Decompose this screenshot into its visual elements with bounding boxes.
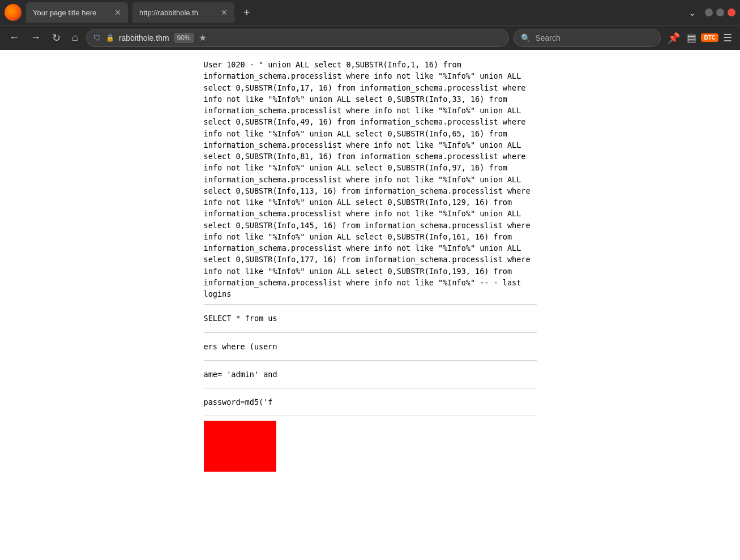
- tabs-dropdown-icon[interactable]: ⌄: [688, 7, 696, 18]
- page-content: User 1020 - " union ALL select 0,SUBSTR(…: [0, 50, 740, 560]
- query-part-4: password=md5('f: [204, 393, 537, 411]
- home-button[interactable]: ⌂: [69, 29, 82, 46]
- brave-badge: BTC: [701, 33, 718, 42]
- reload-button[interactable]: ↻: [49, 29, 64, 46]
- red-box-element: [204, 421, 276, 472]
- maximize-button[interactable]: [716, 8, 724, 16]
- minimize-button[interactable]: [705, 8, 713, 16]
- search-icon: 🔍: [521, 33, 531, 42]
- query-part-3: ame= 'admin' and: [204, 365, 537, 383]
- tab2-close-button[interactable]: ✕: [221, 8, 228, 17]
- address-bar[interactable]: 🛡 🔒 rabbithole.thm 90% ★: [86, 29, 510, 47]
- search-placeholder: Search: [535, 33, 560, 42]
- browser-logo-icon: [5, 4, 22, 21]
- tab-title-text: Your page title here: [33, 8, 96, 17]
- back-button[interactable]: ←: [6, 29, 23, 46]
- tab-url[interactable]: http://rabbithole.th ✕: [132, 2, 234, 23]
- query-part-1: SELECT * from us: [204, 309, 537, 327]
- shield-icon: 🛡: [93, 33, 101, 42]
- divider-3: [204, 360, 537, 361]
- bookmark-star-icon[interactable]: ★: [199, 32, 207, 43]
- divider-2: [204, 332, 537, 333]
- divider-5: [204, 416, 537, 416]
- tab-page-title[interactable]: Your page title here ✕: [26, 2, 128, 23]
- title-bar: Your page title here ✕ http://rabbithole…: [0, 0, 740, 25]
- divider-4: [204, 388, 537, 388]
- address-text: rabbithole.thm: [119, 33, 169, 42]
- tab-close-button[interactable]: ✕: [114, 8, 121, 17]
- navigation-bar: ← → ↻ ⌂ 🛡 🔒 rabbithole.thm 90% ★ 🔍 Searc…: [0, 25, 740, 50]
- close-button[interactable]: [728, 8, 735, 16]
- extensions-button[interactable]: ▤: [685, 29, 699, 46]
- search-box[interactable]: 🔍 Search: [514, 29, 661, 47]
- lock-icon: 🔒: [106, 34, 114, 42]
- query-part-2: ers where (usern: [204, 337, 537, 356]
- content-area: User 1020 - " union ALL select 0,SUBSTR(…: [195, 50, 546, 481]
- new-tab-button[interactable]: +: [239, 6, 255, 19]
- tab-url-text: http://rabbithole.th: [139, 8, 198, 17]
- pocket-button[interactable]: 📌: [665, 29, 682, 46]
- menu-button[interactable]: ☰: [721, 29, 734, 46]
- divider-1: [204, 304, 537, 305]
- nav-right-icons: 📌 ▤ BTC ☰: [665, 29, 734, 46]
- sql-injection-text: User 1020 - " union ALL select 0,SUBSTR(…: [204, 59, 537, 300]
- zoom-badge[interactable]: 90%: [174, 33, 194, 43]
- window-controls: [705, 8, 735, 16]
- forward-button[interactable]: →: [27, 29, 44, 46]
